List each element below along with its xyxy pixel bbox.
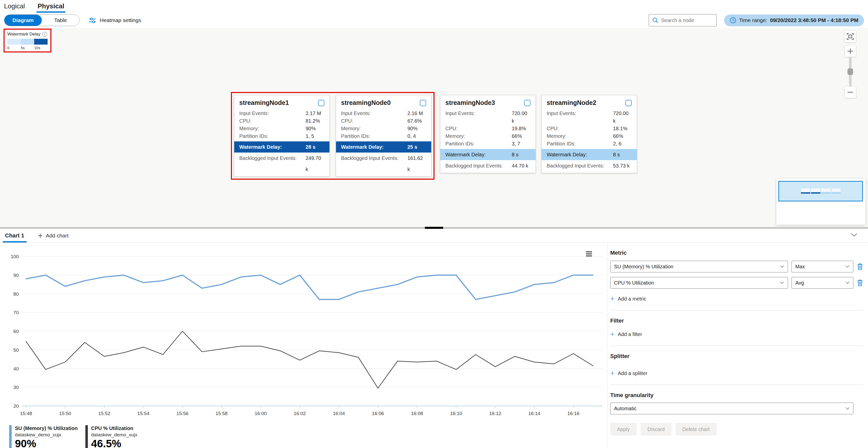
metric-select[interactable]: CPU % Utilization xyxy=(610,277,788,289)
node-title: streamingNode0 xyxy=(341,99,391,107)
diagram-view-button[interactable]: Diagram xyxy=(4,15,42,26)
chart-context-menu-icon[interactable] xyxy=(586,251,592,257)
delete-metric-icon[interactable] xyxy=(857,263,863,270)
add-filter-label: Add a filter xyxy=(618,331,642,337)
stat-label: CPU: xyxy=(445,125,512,132)
stat-value: 28 s xyxy=(306,144,315,150)
legend-card: SU (Memory) % Utilizationdataskew_demo_x… xyxy=(9,425,81,448)
chart-settings-panel: Metric SU (Memory) % Utilization Max CPU… xyxy=(608,243,868,448)
horizontal-splitter[interactable] xyxy=(0,227,868,229)
legend-current-value: 46.5% xyxy=(91,438,137,448)
stat-value: 18.1% xyxy=(613,125,627,132)
stat-value: 2.16 M xyxy=(407,110,423,117)
backlogged-row: Backlogged Input Events:161.62 k xyxy=(336,153,431,175)
svg-text:60: 60 xyxy=(13,329,19,334)
add-splitter-button[interactable]: + Add a splitter xyxy=(610,370,647,377)
delete-metric-icon[interactable] xyxy=(857,279,863,286)
svg-text:16:14: 16:14 xyxy=(528,411,540,416)
plus-icon: + xyxy=(610,331,615,338)
minimap-viewport[interactable] xyxy=(778,181,863,202)
minimap-node xyxy=(831,188,841,193)
delete-chart-button[interactable]: Delete chart xyxy=(676,423,717,436)
minimap[interactable] xyxy=(776,179,865,225)
apply-button[interactable]: Apply xyxy=(610,423,637,436)
add-metric-label: Add a metric xyxy=(618,296,646,302)
stat-label: Memory: xyxy=(341,125,407,132)
tab-physical[interactable]: Physical xyxy=(37,1,65,13)
node-select-checkbox[interactable] xyxy=(318,100,324,106)
chevron-down-icon xyxy=(845,407,849,410)
cpu-line xyxy=(26,331,593,388)
stat-label: Watermark Delay: xyxy=(547,152,613,158)
watermark-scale-label: 0 xyxy=(7,46,21,50)
watermark-delay-row: Watermark Delay:25 s xyxy=(336,141,431,153)
svg-text:30: 30 xyxy=(13,385,19,390)
node-select-checkbox[interactable] xyxy=(420,100,426,106)
add-chart-button[interactable]: + Add chart xyxy=(36,232,70,240)
stat-label: CPU: xyxy=(341,117,407,125)
zoom-slider[interactable] xyxy=(849,57,851,87)
time-range-badge[interactable]: Time range: 09/20/2022 3:48:50 PM - 4:18… xyxy=(724,14,864,26)
node-stat-row: CPU:81.2% xyxy=(234,117,330,125)
stat-label: Partition IDs: xyxy=(547,140,613,147)
info-icon[interactable]: i xyxy=(42,32,47,37)
heatmap-settings-label: Heatmap settings xyxy=(100,17,141,23)
aggregation-select[interactable]: Avg xyxy=(792,277,853,289)
discard-button[interactable]: Discard xyxy=(641,423,672,436)
zoom-in-button[interactable] xyxy=(845,46,856,57)
metric-select-value: CPU % Utilization xyxy=(614,280,654,286)
minimap-nodes xyxy=(801,188,841,193)
node-card[interactable]: streamingNode0Input Events:2.16 MCPU:67.… xyxy=(336,95,431,177)
node-select-checkbox[interactable] xyxy=(524,100,530,106)
legend-metric-name: SU (Memory) % Utilization xyxy=(15,425,78,431)
backlogged-row: Backlogged Input Events:249.70 k xyxy=(234,153,330,175)
stat-label: Backlogged Input Events: xyxy=(341,153,407,175)
node-title: streamingNode2 xyxy=(547,99,596,107)
zoom-out-button[interactable] xyxy=(845,87,856,98)
node-card[interactable]: streamingNode3Input Events:720.00 kCPU:1… xyxy=(440,95,536,173)
search-input[interactable] xyxy=(649,14,717,26)
diagram-canvas[interactable]: Watermark Delay i 05s10s streamingNode1I… xyxy=(0,28,868,227)
node-stat-row: Memory:90% xyxy=(234,125,330,132)
time-granularity-select[interactable]: Automatic xyxy=(610,402,853,414)
tab-logical[interactable]: Logical xyxy=(4,1,25,13)
chart-area: 100908070605040302015:4815:5015:5215:541… xyxy=(0,243,608,448)
watermark-color-swatch xyxy=(34,39,48,44)
stat-value: 66% xyxy=(512,132,522,140)
collapse-panel-chevron-icon[interactable] xyxy=(851,233,857,237)
table-view-button[interactable]: Table xyxy=(42,15,79,26)
add-chart-label: Add chart xyxy=(46,233,69,239)
node-stat-row: CPU:67.6% xyxy=(336,117,431,125)
stat-label: CPU: xyxy=(547,125,613,132)
aggregation-select[interactable]: Max xyxy=(792,261,853,272)
plus-icon: + xyxy=(610,370,615,377)
svg-text:80: 80 xyxy=(13,291,19,297)
stat-value: 81.2% xyxy=(306,117,320,125)
stat-value: 0, 4 xyxy=(407,132,416,140)
legend-current-value: 90% xyxy=(15,438,78,448)
heatmap-settings-button[interactable]: Heatmap settings xyxy=(87,16,143,24)
watermark-delay-row: Watermark Delay:8 s xyxy=(541,149,637,160)
node-card-header: streamingNode2 xyxy=(541,95,637,110)
watermark-legend-title: Watermark Delay xyxy=(7,32,40,37)
metric-select[interactable]: SU (Memory) % Utilization xyxy=(610,261,788,272)
stat-label: Input Events: xyxy=(239,110,306,117)
time-range-value: 09/20/2022 3:48:50 PM - 4:18:50 PM xyxy=(770,17,858,23)
watermark-color-swatch xyxy=(21,39,34,44)
legend-metric-name: CPU % Utilization xyxy=(91,425,137,431)
node-card[interactable]: streamingNode2Input Events:720.00 kCPU:1… xyxy=(541,95,637,173)
zoom-slider-handle[interactable] xyxy=(847,68,853,75)
node-select-checkbox[interactable] xyxy=(625,100,632,106)
node-card[interactable]: streamingNode1Input Events:2.17 MCPU:81.… xyxy=(234,95,330,177)
fit-to-screen-button[interactable] xyxy=(845,31,856,42)
tab-chart-1[interactable]: Chart 1 xyxy=(4,229,26,242)
stat-value: 2.17 M xyxy=(306,110,321,117)
node-title: streamingNode1 xyxy=(239,99,289,107)
svg-text:15:58: 15:58 xyxy=(215,411,228,416)
node-stat-row: Memory:66% xyxy=(440,132,535,140)
add-filter-button[interactable]: + Add a filter xyxy=(610,331,642,338)
chevron-down-icon xyxy=(845,265,849,268)
panel-divider xyxy=(610,310,863,310)
node-stat-row: Partition IDs:1, 5 xyxy=(234,132,330,140)
add-metric-button[interactable]: + Add a metric xyxy=(610,295,646,303)
